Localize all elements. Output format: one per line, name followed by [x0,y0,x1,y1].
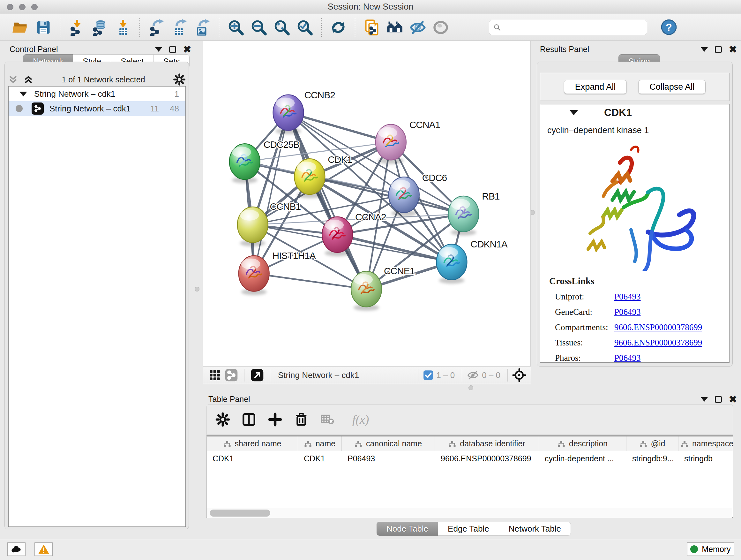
table-settings-gear-icon[interactable] [214,411,232,428]
zoom-selected-button[interactable] [295,17,314,37]
birds-eye-view-icon[interactable] [249,368,266,383]
column-header-name[interactable]: name [298,436,342,451]
first-neighbors-button[interactable] [386,17,404,37]
warning-button[interactable] [35,543,53,556]
column-type-icon [354,440,362,447]
collapse-all-button[interactable]: Collapse All [638,80,705,94]
collapse-all-icon[interactable] [23,75,34,84]
crosslink-link[interactable]: 9606.ENSP00000378699 [614,338,702,348]
table-cell[interactable]: stringdb:9... [626,451,678,466]
section-expander-icon[interactable] [569,110,578,115]
copy-style-button[interactable] [362,17,381,37]
network-collection-row[interactable]: String Network – cdk1 1 [9,86,185,101]
table-cell[interactable]: cyclin-dependent ... [539,451,626,466]
column-header-description[interactable]: description [539,436,626,451]
zoom-in-button[interactable] [226,17,245,37]
export-table-button[interactable] [170,17,189,37]
bottom-splitter-handle[interactable] [468,385,473,390]
window-close-button[interactable] [7,4,13,10]
column-header-database-identifier[interactable]: database identifier [435,436,539,451]
save-session-button[interactable] [34,17,53,37]
search-input[interactable] [501,21,647,34]
function-builder-icon[interactable]: f(x) [345,411,377,428]
cloud-button[interactable] [7,543,25,556]
import-database-icon [91,19,108,36]
import-database-button[interactable] [91,17,109,37]
crosslink-link[interactable]: P06493 [614,292,641,302]
expand-all-button[interactable]: Expand All [564,80,627,94]
import-table-button[interactable] [114,17,132,37]
tab-network-table[interactable]: Network Table [499,522,571,536]
gene-section-header[interactable]: CDK1 [540,105,729,121]
left-splitter-handle[interactable] [195,287,199,292]
table-panel-float-icon[interactable] [715,396,722,403]
control-panel-menu-icon[interactable] [155,47,162,52]
right-splitter-handle[interactable] [530,210,535,215]
search-field[interactable] [489,20,647,35]
network-node-RB1[interactable]: RB1 [448,191,500,236]
control-panel-close-icon[interactable]: ✖ [183,46,191,53]
results-panel-menu-icon[interactable] [701,47,708,52]
zoom-fit-button[interactable] [273,17,291,37]
column-header-shared-name[interactable]: shared name [207,436,298,451]
application-window: Session: New Session ? Control Panel ✖ N [0,0,741,560]
table-cell[interactable]: CDK1 [207,451,298,466]
network-node-CDC6[interactable]: CDC6 [389,172,447,216]
zoom-fit-icon [273,19,290,36]
network-node-CCNA2[interactable]: CCNA2 [322,212,386,256]
export-network-button[interactable] [147,17,165,37]
table-cell[interactable]: 9606.ENSP00000378699 [435,451,539,466]
crosslink-link[interactable]: P06493 [614,353,641,363]
scrollbar-thumb[interactable] [210,509,270,516]
export-image-button[interactable] [193,17,212,37]
results-panel-float-icon[interactable] [715,46,722,53]
hide-selection-button[interactable] [408,17,427,37]
table-row[interactable]: CDK1CDK1P064939606.ENSP00000378699cyclin… [207,451,733,466]
help-button[interactable]: ? [661,19,677,37]
network-node-HIST1H1A[interactable]: HIST1H1A [239,250,316,295]
horizontal-scrollbar[interactable] [207,508,732,518]
gear-icon[interactable] [173,73,186,86]
table-cell[interactable]: stringdb [678,451,733,466]
delete-column-trash-icon[interactable] [292,411,310,428]
network-node-CCNA1[interactable]: CCNA1 [376,119,441,164]
hidden-eye-icon[interactable] [467,370,479,381]
table-cell[interactable]: P06493 [342,451,435,466]
network-view-icon[interactable] [223,368,240,383]
home-networks-icon [387,19,403,36]
column-header-canonical-name[interactable]: canonical name [342,436,435,451]
network-node-CCNE1[interactable]: CCNE1 [351,266,415,311]
style-document-icon [363,19,380,36]
show-columns-icon[interactable] [240,411,258,428]
tab-node-table[interactable]: Node Table [377,522,438,536]
grid-view-icon[interactable] [206,368,223,383]
expand-all-icon[interactable] [8,75,18,84]
results-panel-close-icon[interactable]: ✖ [729,46,737,53]
refresh-icon [330,19,347,36]
memory-button[interactable]: Memory [687,543,734,556]
crosslink-link[interactable]: 9606.ENSP00000378699 [614,322,702,332]
delete-table-icon[interactable] [319,411,336,428]
open-session-button[interactable] [11,17,30,37]
table-cell[interactable]: CDK1 [298,451,342,466]
show-preview-button[interactable] [431,17,450,37]
network-row-selected[interactable]: String Network – cdk1 11 48 [9,101,185,116]
refresh-button[interactable] [329,17,347,37]
table-panel-close-icon[interactable]: ✖ [729,396,737,403]
column-header-id[interactable]: @id [626,436,678,451]
selected-checkbox-icon[interactable] [423,370,434,381]
crosslink-link[interactable]: P06493 [614,307,641,317]
control-panel-float-icon[interactable] [169,46,176,53]
tree-expander-icon[interactable] [19,91,27,97]
window-zoom-button[interactable] [31,4,38,10]
network-node-CDKN1A[interactable]: CDKN1A [436,239,508,284]
window-minimize-button[interactable] [19,4,25,10]
table-panel-menu-icon[interactable] [701,397,708,401]
tab-edge-table[interactable]: Edge Table [438,522,499,536]
zoom-out-button[interactable] [250,17,268,37]
import-network-button[interactable] [68,17,86,37]
network-canvas[interactable]: CCNB2CCNA1CDC25BCDK1CDC6RB1CCNB1CCNA2CDK… [203,41,531,366]
add-column-icon[interactable] [266,411,284,428]
crosshair-icon[interactable] [512,368,526,382]
column-header-namespace[interactable]: namespace [678,436,733,451]
